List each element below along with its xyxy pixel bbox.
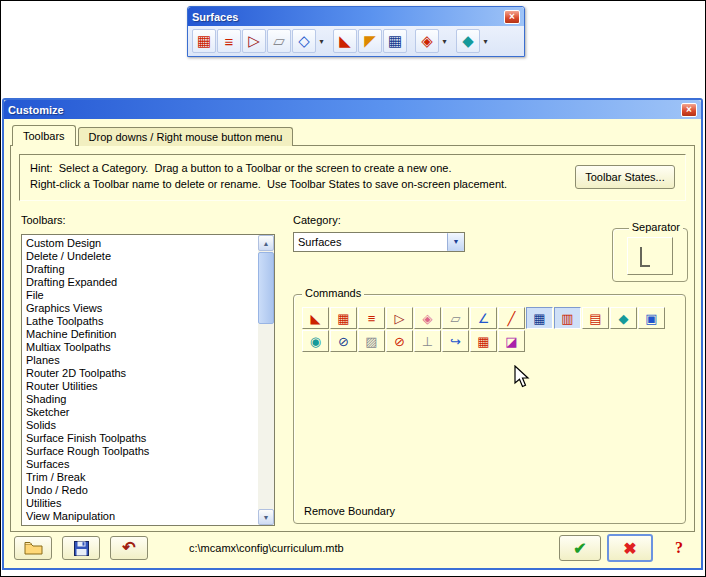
list-item[interactable]: Lathe Toolpaths (23, 315, 257, 328)
dropdown-arrow-icon[interactable]: ▾ (481, 37, 490, 46)
toolbar-button[interactable]: ▦ (383, 29, 407, 53)
tab-dropdowns-menu[interactable]: Drop downs / Right mouse button menu (78, 127, 294, 146)
command-button[interactable]: ▦ (330, 307, 357, 329)
list-item[interactable]: File (23, 289, 257, 302)
category-dropdown[interactable]: Surfaces ▼ (293, 232, 465, 252)
list-item[interactable]: Custom Design (23, 237, 257, 250)
help-button[interactable]: ? (667, 536, 691, 560)
list-item[interactable]: Drafting (23, 263, 257, 276)
command-button[interactable]: ▥ (554, 307, 581, 329)
dropdown-arrow-icon[interactable]: ▾ (440, 37, 449, 46)
dialog-close-button[interactable]: × (681, 103, 697, 117)
toolbar-button[interactable]: ◈ (415, 29, 439, 53)
list-item[interactable]: Router Utilities (23, 380, 257, 393)
surfaces-toolbar-buttons: ▦ ≡ ▷ ▱ ◇ ▾ ◣ ◤ ▦ ◈ ▾ ◆ ▾ (188, 26, 524, 56)
tab-toolbars[interactable]: Toolbars (12, 125, 76, 146)
list-item[interactable]: Undo / Redo (23, 484, 257, 497)
surfaces-toolbar-titlebar[interactable]: Surfaces × (188, 7, 524, 26)
list-item[interactable]: Drafting Expanded (23, 276, 257, 289)
toolbars-label: Toolbars: (21, 214, 66, 226)
scrollbar-thumb[interactable] (258, 252, 274, 324)
mouse-cursor (514, 365, 532, 389)
toolbar-button[interactable]: ▱ (267, 29, 291, 53)
list-item[interactable]: Multiax Toolpaths (23, 341, 257, 354)
eraser-icon: ▱ (273, 32, 285, 50)
tab-strip: Toolbars Drop downs / Right mouse button… (12, 125, 295, 146)
fence-surface-icon: ▦ (533, 311, 545, 326)
command-button[interactable]: ↪ (442, 330, 469, 352)
command-button[interactable]: ╱ (498, 307, 525, 329)
list-item[interactable]: Shading (23, 393, 257, 406)
list-item[interactable]: Surface Finish Toolpaths (23, 432, 257, 445)
ok-button[interactable]: ✔ (559, 535, 601, 561)
chevron-down-icon[interactable]: ▼ (447, 233, 464, 251)
separator-group-label: Separator (629, 221, 683, 233)
list-item[interactable]: Sketcher (23, 406, 257, 419)
list-item[interactable]: Utilities (23, 497, 257, 510)
command-button[interactable]: ◈ (414, 307, 441, 329)
toolbar-button[interactable]: ◣ (333, 29, 357, 53)
command-button[interactable]: ⊘ (386, 330, 413, 352)
scrollbar[interactable]: ▲ ▼ (258, 235, 274, 525)
toolbar-button[interactable]: ◇ (292, 29, 316, 53)
command-button[interactable]: ▨ (358, 330, 385, 352)
list-item[interactable]: Planes (23, 354, 257, 367)
command-button[interactable]: ▷ (386, 307, 413, 329)
list-item[interactable]: Surfaces (23, 458, 257, 471)
command-button[interactable]: ◉ (302, 330, 329, 352)
list-item[interactable]: Delete / Undelete (23, 250, 257, 263)
command-button[interactable]: ◆ (610, 307, 637, 329)
toolbar-button[interactable]: ▦ (192, 29, 216, 53)
scroll-down-icon[interactable]: ▼ (258, 509, 274, 525)
surfaces-toolbar-close-button[interactable]: × (504, 10, 520, 24)
blade-icon: ▷ (395, 311, 405, 326)
command-button[interactable]: ▤ (582, 307, 609, 329)
command-button[interactable]: ⊥ (414, 330, 441, 352)
toolbar-button[interactable]: ≡ (217, 29, 241, 53)
toolbar-button[interactable]: ◤ (358, 29, 382, 53)
list-item[interactable]: Machine Definition (23, 328, 257, 341)
customize-dialog: Customize × Toolbars Drop downs / Right … (2, 98, 703, 570)
list-item[interactable]: Trim / Break (23, 471, 257, 484)
open-file-button[interactable] (14, 536, 52, 560)
toolbar-button[interactable]: ◆ (456, 29, 480, 53)
eraser-icon: ▱ (451, 311, 461, 326)
screen: Surfaces × ▦ ≡ ▷ ▱ ◇ ▾ ◣ ◤ ▦ ◈ ▾ ◆ ▾ Cus… (0, 0, 706, 577)
command-button[interactable]: ⊘ (330, 330, 357, 352)
command-button[interactable]: ∠ (470, 307, 497, 329)
grid-surface-icon: ▦ (388, 32, 402, 50)
separator-button[interactable] (627, 237, 673, 275)
toolbar-states-button[interactable]: Toolbar States... (575, 165, 675, 189)
ruled-surface-icon: ≡ (225, 33, 234, 50)
command-button[interactable]: ◣ (302, 307, 329, 329)
save-button[interactable] (62, 536, 100, 560)
dialog-titlebar[interactable]: Customize × (4, 100, 701, 119)
cancel-button[interactable]: ✖ (607, 534, 653, 562)
command-button[interactable]: ▦ (470, 330, 497, 352)
dropdown-arrow-icon[interactable]: ▾ (317, 37, 326, 46)
surfaces-toolbar-title: Surfaces (192, 11, 504, 23)
undo-button[interactable]: ↶ (110, 536, 148, 560)
command-button[interactable]: ◪ (498, 330, 525, 352)
prohibit-icon: ⊘ (394, 334, 405, 349)
separator-icon (640, 247, 650, 267)
dialog-body: Toolbars Drop downs / Right mouse button… (4, 119, 701, 568)
list-item[interactable]: Solids (23, 419, 257, 432)
toolbars-list: Custom Design Delete / Undelete Drafting… (23, 236, 257, 524)
floppy-disk-icon (74, 541, 89, 556)
command-button[interactable]: ▣ (638, 307, 665, 329)
command-button[interactable]: ≡ (358, 307, 385, 329)
list-item[interactable]: View Manipulation (23, 510, 257, 523)
command-button[interactable]: ▦ (526, 307, 553, 329)
surface-grid-icon: ▦ (337, 311, 349, 326)
list-item[interactable]: Router 2D Toolpaths (23, 367, 257, 380)
list-item[interactable]: Surface Rough Toolpaths (23, 445, 257, 458)
scroll-up-icon[interactable]: ▲ (258, 235, 274, 251)
surface-grid-icon: ▦ (197, 32, 211, 50)
ruled-surface-icon: ≡ (368, 311, 376, 326)
fan-surface-icon: ◣ (311, 311, 321, 326)
list-item[interactable]: Graphics Views (23, 302, 257, 315)
toolbar-button[interactable]: ▷ (242, 29, 266, 53)
command-button[interactable]: ▱ (442, 307, 469, 329)
command-hint-text: Remove Boundary (304, 505, 395, 517)
